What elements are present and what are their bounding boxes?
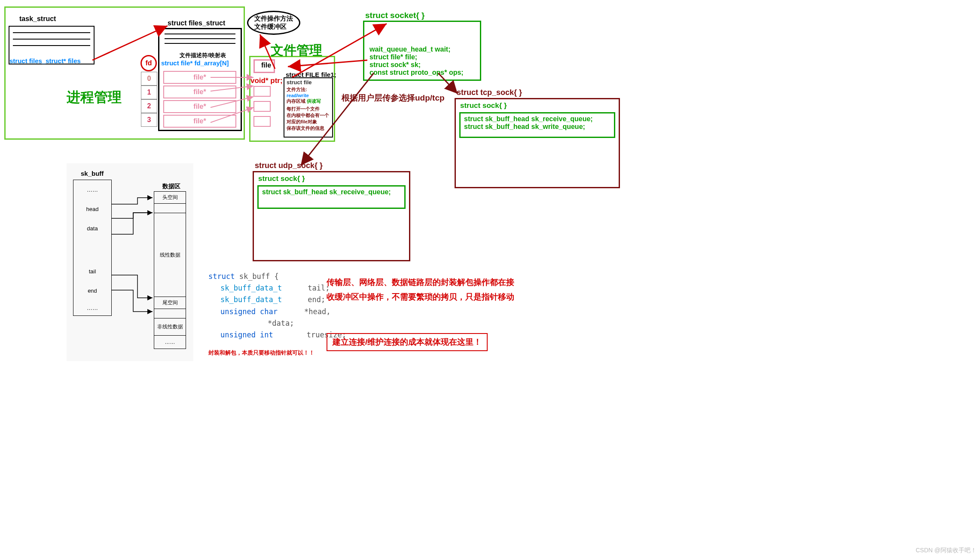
fd-numbers: 0 1 2 3	[141, 72, 157, 127]
tcp-l1: struct sk_buff_head sk_receive_queue;	[464, 115, 611, 123]
skbuff-row-tail: tail	[73, 262, 111, 281]
buffer-label: 内存区域	[287, 98, 305, 104]
udp-box: struct sock{ } struct sk_buff_head sk_re…	[253, 171, 410, 261]
data-area-box: 头空间 线性数据 尾空间 非线性数据 ……	[154, 191, 186, 349]
small-box-2	[253, 101, 271, 112]
file-ptr: file*	[193, 117, 206, 125]
info-l3: 对应的file对象	[284, 119, 332, 125]
file-label: file	[261, 61, 271, 69]
layer-note-l2: 收缓冲区中操作，不需要繁琐的拷贝，只是指针移动	[327, 290, 514, 304]
skbuff-row: ……	[73, 180, 111, 199]
skbuff-label: sk_buff	[81, 170, 104, 177]
fd-3: 3	[147, 116, 151, 124]
code-t: end;	[308, 295, 325, 304]
layer-note-l1: 传输层、网络层、数据链路层的封装解包操作都在接	[327, 275, 514, 290]
info-l4: 保存该文件的信息	[284, 125, 332, 132]
code-t: *data;	[268, 319, 294, 327]
layer-note: 传输层、网络层、数据链路层的封装解包操作都在接 收缓冲区中操作，不需要繁琐的拷贝…	[327, 275, 514, 304]
info-l2: 在内核中都会有一个	[284, 112, 332, 119]
fd-0: 0	[147, 75, 151, 83]
file-ptr: file*	[193, 73, 206, 81]
skbuff-row: ……	[73, 300, 111, 315]
tcp-box: struct sock{ } struct sk_buff_head sk_re…	[455, 98, 620, 188]
fd-2: 2	[147, 102, 151, 110]
tcp-l2: struct sk_buff_head sk_write_queue;	[464, 123, 611, 131]
file-ptr: file*	[193, 88, 206, 96]
skbuff-row-data: data	[73, 219, 111, 238]
fd-array-decl: struct file* fd_array[N]	[161, 59, 229, 67]
dots: ……	[154, 336, 186, 349]
fd-table-title: 文件描述符/映射表	[180, 52, 226, 59]
udp-title: struct udp_sock{ }	[255, 161, 323, 170]
socket-l3: struct sock* sk;	[369, 61, 475, 69]
file-ptr-rows: file* file* file* file*	[163, 71, 236, 128]
tail-space: 尾空间	[154, 297, 186, 309]
code-type: sk_buff_data_t	[220, 295, 282, 304]
fd-label: fd	[145, 59, 152, 67]
socket-l2: struct file* file;	[369, 53, 475, 61]
methods-val: read/write	[287, 93, 309, 98]
fd-circle-icon: fd	[140, 55, 157, 71]
files-struct-label: struct files_struct	[168, 19, 225, 27]
code-kw: unsigned char	[220, 307, 278, 316]
skbuff-rows: …… head data tail end ……	[73, 180, 112, 316]
linear-data: 线性数据	[154, 213, 186, 297]
nonlinear-data: 非线性数据	[154, 318, 186, 336]
packing-note: 封装和解包，本质只要移动指针就可以！！	[208, 349, 314, 357]
code-type: sk_buff_data_t	[220, 284, 282, 292]
struct-file-label: struct file	[284, 78, 332, 86]
fd-1: 1	[147, 89, 151, 96]
code-kw: struct	[208, 272, 235, 281]
skbuff-row-end: end	[73, 281, 111, 300]
void-ptr: void* ptr;	[250, 77, 283, 85]
watermark: CSDN @阿猿收手吧！	[916, 547, 977, 554]
cost-note-box: 建立连接/维护连接的成本就体现在这里！	[327, 333, 488, 351]
udp-l1: struct sk_buff_head sk_receive_queue;	[262, 188, 401, 196]
info-l1: 每打开一个文件	[284, 104, 332, 112]
tcp-sock-label: struct sock{ }	[456, 99, 619, 112]
select-note: 根据用户层传参选择udp/tcp	[342, 92, 445, 104]
code-kw: unsigned int	[220, 331, 273, 339]
small-box-1	[253, 86, 271, 97]
bubble-oval: 文件操作方法 文件缓冲区	[247, 11, 300, 35]
bubble-l1: 文件操作方法	[254, 15, 293, 23]
file-ptr: file*	[193, 103, 206, 110]
socket-box: wait_queue_head_t wait; struct file* fil…	[363, 21, 481, 81]
bubble-l2: 文件缓冲区	[254, 23, 293, 31]
socket-title: struct socket{ }	[365, 11, 424, 20]
cost-note: 建立连接/维护连接的成本就体现在这里！	[333, 337, 482, 346]
task-struct-label: task_struct	[19, 15, 56, 23]
file1-box: struct file 文件方法: read/write 内存区域 供读写 每打…	[284, 77, 333, 138]
head-space: 头空间	[154, 192, 186, 204]
data-area-title: 数据区	[162, 183, 180, 190]
code-t: sk_buff {	[235, 272, 278, 281]
socket-l4: const struct proto_ops* ops;	[369, 69, 475, 77]
tcp-title: struct tcp_sock{ }	[457, 88, 522, 97]
small-box-3	[253, 116, 271, 127]
udp-sock-label: struct sock{ }	[254, 172, 409, 185]
files-struct-ptr: struct files_struct* files	[9, 57, 81, 64]
code-snippet: struct sk_buff { sk_buff_data_ttail; sk_…	[208, 271, 346, 341]
buffer-val: 供读写	[307, 98, 321, 104]
socket-l1: wait_queue_head_t wait;	[369, 46, 475, 53]
file-mgmt-title: 文件管理	[271, 42, 322, 59]
skbuff-row-head: head	[73, 199, 111, 219]
code-t: *head,	[304, 307, 330, 316]
methods-label: 文件方法:	[287, 87, 307, 92]
process-mgmt-title: 进程管理	[67, 88, 122, 107]
